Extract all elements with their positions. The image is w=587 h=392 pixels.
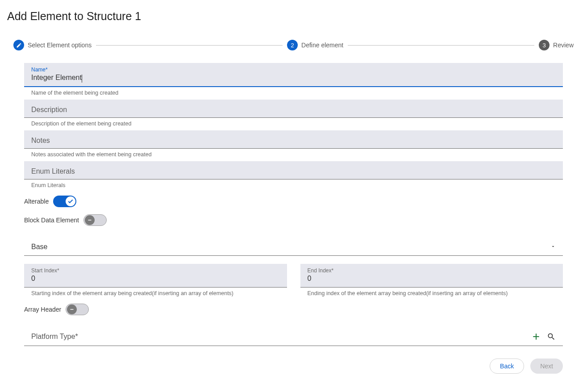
check-icon xyxy=(66,196,75,206)
description-input[interactable]: Description xyxy=(31,100,556,117)
block-data-row: Block Data Element xyxy=(24,211,563,229)
enum-literals-input[interactable]: Enum Literals xyxy=(31,161,556,179)
alterable-label: Alterable xyxy=(24,198,49,205)
back-button[interactable]: Back xyxy=(490,359,524,374)
name-label: Name* xyxy=(31,67,556,73)
end-index-input[interactable]: 0 xyxy=(308,275,556,284)
end-index-field-container[interactable]: End Index* 0 xyxy=(300,264,563,288)
text-cursor xyxy=(82,75,82,83)
end-index-helper: Ending index of the element array being … xyxy=(300,288,563,300)
array-header-toggle[interactable] xyxy=(66,304,89,315)
platform-type-label: Platform Type* xyxy=(31,333,532,341)
start-index-label: Start Index* xyxy=(31,267,280,274)
array-header-row: Array Header xyxy=(24,300,563,319)
minus-icon xyxy=(85,215,95,225)
minus-icon xyxy=(67,304,77,314)
step-review[interactable]: 3 Review xyxy=(539,40,574,50)
block-data-label: Block Data Element xyxy=(24,217,79,224)
notes-input[interactable]: Notes xyxy=(31,130,556,148)
step-label: Select Element options xyxy=(28,42,92,49)
chevron-down-icon xyxy=(550,243,556,251)
name-input[interactable]: Integer Element xyxy=(31,74,82,83)
start-index-input[interactable]: 0 xyxy=(31,275,280,284)
next-button[interactable]: Next xyxy=(530,359,563,374)
step-label: Review xyxy=(553,42,574,49)
pencil-icon xyxy=(13,40,24,50)
notes-helper: Notes associated with the element being … xyxy=(24,149,563,161)
alterable-toggle[interactable] xyxy=(53,196,76,207)
enum-literals-field-container[interactable]: Enum Literals xyxy=(24,161,563,179)
stepper: Select Element options 2 Define element … xyxy=(0,27,587,56)
base-select[interactable]: Base xyxy=(24,232,563,256)
start-index-helper: Starting index of the element array bein… xyxy=(24,288,287,300)
step-number-icon: 2 xyxy=(287,40,298,50)
add-platform-button[interactable] xyxy=(532,332,541,341)
enum-literals-helper: Enum Literals xyxy=(24,179,563,192)
description-helper: Description of the element being created xyxy=(24,118,563,130)
notes-field-container[interactable]: Notes xyxy=(24,130,563,149)
search-platform-button[interactable] xyxy=(547,332,556,341)
alterable-row: Alterable xyxy=(24,192,563,211)
base-select-label: Base xyxy=(31,243,550,251)
step-define-element[interactable]: 2 Define element xyxy=(287,40,343,50)
step-label: Define element xyxy=(301,42,343,49)
step-divider xyxy=(96,45,283,46)
name-field-container[interactable]: Name* Integer Element xyxy=(24,63,563,87)
page-title: Add Element to Structure 1 xyxy=(0,0,587,27)
block-data-toggle[interactable] xyxy=(83,214,107,226)
platform-type-field[interactable]: Platform Type* xyxy=(24,324,563,346)
array-header-label: Array Header xyxy=(24,306,61,313)
description-field-container[interactable]: Description xyxy=(24,100,563,118)
step-number-icon: 3 xyxy=(539,40,550,50)
step-select-options[interactable]: Select Element options xyxy=(13,40,92,50)
start-index-field-container[interactable]: Start Index* 0 xyxy=(24,264,287,288)
name-helper: Name of the element being created xyxy=(24,87,563,100)
step-divider xyxy=(348,45,534,46)
end-index-label: End Index* xyxy=(308,267,556,274)
